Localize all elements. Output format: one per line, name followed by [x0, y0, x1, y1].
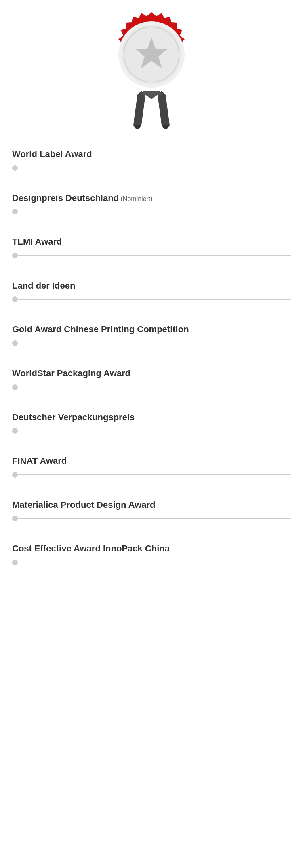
award-divider-finat-award	[12, 472, 291, 478]
award-item-land-der-ideen: Land der Ideen	[12, 273, 291, 309]
award-title-cost-effective-award-innopack-china: Cost Effective Award InnoPack China	[12, 543, 291, 555]
award-item-worldstar-packaging-award: WorldStar Packaging Award	[12, 361, 291, 396]
award-divider-designpreis-deutschland	[12, 209, 291, 214]
award-line-deutscher-verpackungspreis	[18, 431, 291, 431]
award-dot-icon-land-der-ideen	[12, 296, 18, 302]
award-title-gold-award-chinese-printing: Gold Award Chinese Printing Competition	[12, 324, 291, 335]
award-title-land-der-ideen: Land der Ideen	[12, 280, 291, 292]
award-item-world-label-award: World Label Award	[12, 141, 291, 177]
award-line-land-der-ideen	[18, 299, 291, 300]
svg-marker-7	[133, 125, 141, 129]
award-item-deutscher-verpackungspreis: Deutscher Verpackungspreis	[12, 405, 291, 440]
award-dot-icon-designpreis-deutschland	[12, 209, 18, 214]
award-item-cost-effective-award-innopack-china: Cost Effective Award InnoPack China	[12, 536, 291, 572]
award-title-materialica-product-design-award: Materialica Product Design Award	[12, 499, 291, 511]
award-dot-icon-deutscher-verpackungspreis	[12, 428, 18, 434]
award-line-tlmi-award	[18, 255, 291, 256]
award-item-finat-award: FINAT Award	[12, 448, 291, 484]
medal-container	[0, 0, 303, 141]
award-divider-tlmi-award	[12, 253, 291, 258]
award-dot-icon-cost-effective-award-innopack-china	[12, 560, 18, 565]
award-divider-world-label-award	[12, 165, 291, 171]
award-divider-worldstar-packaging-award	[12, 384, 291, 390]
award-divider-deutscher-verpackungspreis	[12, 428, 291, 434]
award-item-materialica-product-design-award: Materialica Product Design Award	[12, 492, 291, 528]
award-divider-materialica-product-design-award	[12, 516, 291, 521]
award-line-world-label-award	[18, 168, 291, 168]
award-dot-icon-tlmi-award	[12, 253, 18, 258]
award-dot-icon-finat-award	[12, 472, 18, 478]
award-item-tlmi-award: TLMI Award	[12, 229, 291, 265]
award-item-designpreis-deutschland: Designpreis Deutschland (Nominiert)	[12, 185, 291, 221]
award-line-designpreis-deutschland	[18, 212, 291, 212]
award-title-deutscher-verpackungspreis: Deutscher Verpackungspreis	[12, 412, 291, 424]
svg-marker-6	[158, 91, 170, 125]
award-title-worldstar-packaging-award: WorldStar Packaging Award	[12, 368, 291, 379]
award-medal-icon	[103, 8, 200, 129]
svg-marker-8	[162, 125, 170, 129]
award-line-finat-award	[18, 474, 291, 475]
award-line-gold-award-chinese-printing	[18, 343, 291, 343]
award-title-designpreis-deutschland: Designpreis Deutschland (Nominiert)	[12, 193, 291, 204]
award-dot-icon-materialica-product-design-award	[12, 516, 18, 521]
award-item-gold-award-chinese-printing: Gold Award Chinese Printing Competition	[12, 317, 291, 352]
award-title-finat-award: FINAT Award	[12, 455, 291, 467]
award-divider-cost-effective-award-innopack-china	[12, 560, 291, 565]
award-line-materialica-product-design-award	[18, 518, 291, 519]
award-list: World Label AwardDesignpreis Deutschland…	[0, 141, 303, 580]
award-dot-icon-worldstar-packaging-award	[12, 384, 18, 390]
svg-marker-5	[133, 91, 145, 125]
award-dot-icon-world-label-award	[12, 165, 18, 171]
award-subtitle-designpreis-deutschland: (Nominiert)	[119, 195, 153, 202]
award-line-cost-effective-award-innopack-china	[18, 562, 291, 562]
award-title-world-label-award: World Label Award	[12, 149, 291, 160]
award-divider-gold-award-chinese-printing	[12, 340, 291, 346]
award-dot-icon-gold-award-chinese-printing	[12, 340, 18, 346]
award-divider-land-der-ideen	[12, 296, 291, 302]
award-line-worldstar-packaging-award	[18, 387, 291, 387]
award-title-tlmi-award: TLMI Award	[12, 236, 291, 248]
